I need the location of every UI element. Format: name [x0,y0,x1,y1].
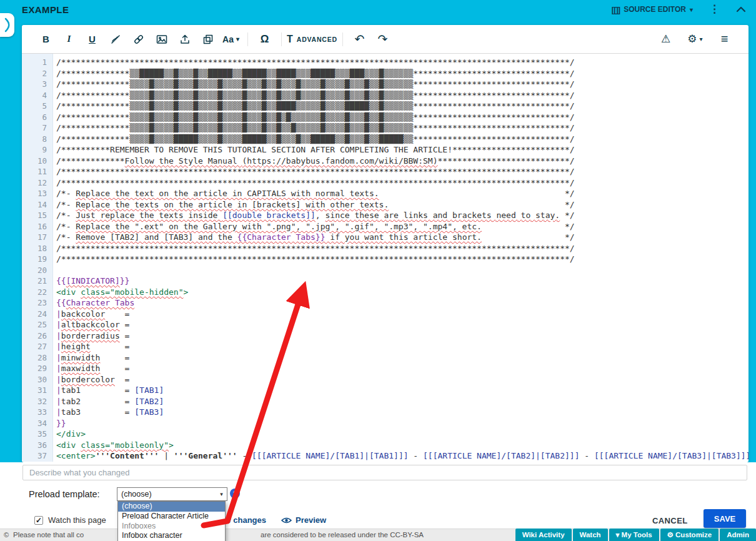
bottom-panel: Preload template: (choose) ▾ ? ✓ Watch t… [0,462,756,529]
line-number: 30 [22,374,52,385]
code-editor[interactable]: /***************************************… [53,54,749,462]
line-number: 29 [22,363,52,374]
line-number: 24 [22,309,52,320]
footer-button-watch[interactable]: Watch [573,529,608,541]
bold-icon: B [42,34,49,44]
upload-button[interactable] [173,29,196,50]
watch-label: Watch this page [48,515,106,525]
image-icon [156,34,167,45]
rail-bracket-icon [3,16,12,34]
code-line: /*- Replace the text on the article in C… [56,188,749,199]
duplicate-button[interactable] [196,29,219,50]
code-line: |height = [56,341,749,352]
line-number: 15 [22,210,52,221]
undo-button[interactable]: ↶ [348,29,371,50]
collapse-chevron-button[interactable] [736,6,746,12]
line-number: 8 [22,134,52,145]
source-editor-dropdown[interactable]: [[]] SOURCE EDITOR ▾ [612,5,693,14]
code-line: |borderradius = [56,330,749,342]
underline-button[interactable]: U [81,29,104,50]
text-icon: T [287,34,293,45]
line-number-gutter: 1234567891011121314151617181920212223242… [22,54,53,462]
line-number: 21 [22,275,52,287]
duplicate-icon [202,34,214,45]
help-icon[interactable]: ? [230,489,240,499]
watch-this-page-checkbox[interactable]: ✓ Watch this page [34,515,106,525]
line-number: 12 [22,177,52,189]
remove-formatting-button[interactable] [104,29,127,50]
menu-button[interactable]: ≡ [713,29,736,50]
footer-button-my-tools[interactable]: ▾ My Tools [609,529,659,541]
line-number: 37 [22,450,52,462]
line-number: 7 [22,122,52,134]
code-line: |minwidth = [56,352,749,364]
preload-template-select[interactable]: (choose) ▾ [117,487,227,501]
line-number: 34 [22,418,52,429]
cancel-button[interactable]: CANCEL [652,516,688,525]
footer-button-customize[interactable]: ⚙ Customize [660,529,719,541]
line-number: 13 [22,188,52,199]
line-number: 35 [22,429,52,440]
preload-options-list: (choose)Preload Character ArticleInfobox… [117,501,226,541]
preview-button[interactable]: Preview [281,515,326,525]
code-line: /*************Follow the Style Manual (h… [56,156,749,167]
special-characters-button[interactable]: Ω [253,29,276,50]
link-icon [133,34,144,45]
footer-button-admin[interactable]: Admin [720,529,756,541]
line-number: 1 [22,57,52,68]
editor-toolbar: B I U Aa ▾ [22,25,749,54]
code-line: {{[INDICATOR]}} [56,275,749,287]
advanced-toggle-button[interactable]: T ADVANCED [287,29,337,50]
preload-option[interactable]: Infoboxes [118,522,225,532]
preload-option[interactable]: Preload Character Article [118,512,225,522]
page-root: { "header": { "title": "EXAMPLE", "brack… [0,0,756,541]
upload-icon [179,34,191,45]
line-number: 3 [22,79,52,90]
bold-button[interactable]: B [34,29,57,50]
chevron-down-icon: ▾ [690,6,693,13]
save-button[interactable]: SAVE [704,509,746,528]
code-line [56,265,749,276]
toolbar-separator [281,32,282,46]
code-line: {{Character Tabs [56,297,749,309]
line-number: 18 [22,243,52,254]
rail-toggle-tab[interactable] [0,13,14,37]
underline-icon: U [89,34,96,44]
kebab-menu-button[interactable]: ⋮ [709,3,720,16]
hamburger-icon: ≡ [721,32,729,46]
font-dropdown-button[interactable]: Aa ▾ [219,29,242,50]
warning-button[interactable]: ⚠ [654,29,677,50]
preload-option[interactable]: (choose) [118,502,225,512]
edit-summary-input[interactable] [22,465,747,480]
chevron-down-icon: ▾ [700,36,703,42]
footer-button-wiki-activity[interactable]: Wiki Activity [515,529,572,541]
line-number: 25 [22,319,52,330]
line-number: 9 [22,144,52,156]
checkbox-checked-icon[interactable]: ✓ [34,516,43,525]
code-line: /**************▒▒▒▒█▒▒▒▒█▒▒▒█▒▒▒▒█▒▒▒▒█▒… [56,90,749,101]
redo-button[interactable]: ↷ [371,29,394,50]
settings-dropdown-button[interactable]: ⚙ ▾ [684,29,707,50]
link-button[interactable] [127,29,150,50]
code-line: /*- Just replace the texts inside [[doub… [56,210,749,221]
code-line: /***************************************… [56,166,749,177]
code-line: |backcolor = [56,309,749,320]
line-number: 28 [22,352,52,364]
line-number: 23 [22,297,52,309]
preload-option[interactable]: Infobox character [118,531,225,541]
italic-button[interactable]: I [57,29,81,50]
page-title: EXAMPLE [22,4,69,15]
line-number: 19 [22,254,52,265]
code-line: <div class="mobileonly"> [56,440,749,451]
code-line: /*- Remove [TAB2] and [TAB3] and the {{C… [56,232,749,243]
line-number: 20 [22,265,52,276]
preview-label: Preview [296,515,326,525]
select-caret-icon: ▾ [216,491,227,497]
code-line: /**************▒▒▒▒█▒▒▒▒█▒▒▒█▒▒▒▒█▒▒▒▒█▒… [56,122,749,134]
line-number: 14 [22,199,52,211]
code-line: <center>'''Content''' | '''General''' - … [56,450,749,462]
code-line: /**************▒▒▒▒█▒▒▒▒█▒▒▒█▒▒▒▒█▒▒▒▒█▒… [56,112,749,123]
image-button[interactable] [150,29,173,50]
code-line: /**************▒▒▒▒█▒▒▒▒█████▒▒▒▒█▒▒▒▒██… [56,134,749,145]
copyright-icon: © [4,531,9,539]
